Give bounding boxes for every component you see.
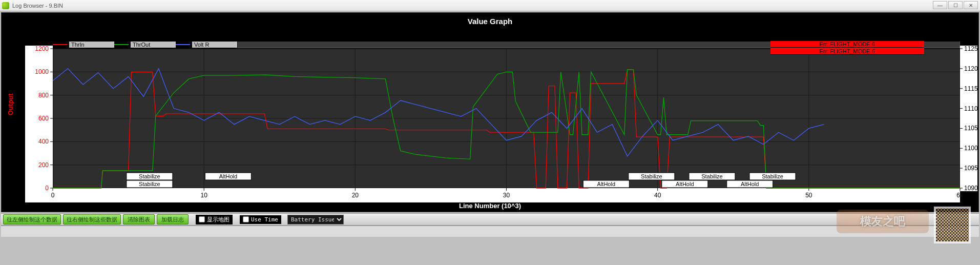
analysis-select[interactable]: Battery Issues xyxy=(287,215,344,225)
show-map-label: 显示地图 xyxy=(207,216,230,223)
svg-text:0: 0 xyxy=(51,192,55,199)
svg-text:800: 800 xyxy=(38,92,49,99)
svg-text:Stabilize: Stabilize xyxy=(641,173,662,179)
svg-text:40: 40 xyxy=(654,192,661,199)
show-map-checkbox[interactable]: 显示地图 xyxy=(196,215,233,225)
error-banner: Err: FLIGHT_MODE-6 xyxy=(770,41,924,48)
use-time-checkbox[interactable]: Use Time xyxy=(240,215,281,224)
svg-text:1120: 1120 xyxy=(964,65,978,72)
maximize-button[interactable]: ☐ xyxy=(948,1,963,9)
svg-text:Stabilize: Stabilize xyxy=(762,173,783,179)
svg-text:400: 400 xyxy=(38,138,49,145)
svg-text:AltHold: AltHold xyxy=(597,181,615,187)
show-map-input[interactable] xyxy=(199,216,205,222)
svg-text:200: 200 xyxy=(38,161,49,169)
clear-chart-button[interactable]: 清除图表 xyxy=(123,214,155,225)
svg-text:600: 600 xyxy=(38,115,49,122)
use-time-input[interactable] xyxy=(243,216,249,222)
svg-text:AltHold: AltHold xyxy=(219,173,237,179)
load-log-button[interactable]: 加载日志 xyxy=(157,214,189,225)
svg-text:Stabilize: Stabilize xyxy=(139,181,160,187)
svg-text:Stabilize: Stabilize xyxy=(701,173,723,179)
plot-left-button[interactable]: 往左侧绘制这个数据 xyxy=(3,214,61,225)
window-titlebar: Log Browser - 9.BIN — ☐ ✕ xyxy=(0,0,980,11)
plot-right-button[interactable]: 往右侧绘制这些数据 xyxy=(63,214,121,225)
svg-text:1200: 1200 xyxy=(35,45,49,52)
svg-text:1125: 1125 xyxy=(964,45,978,52)
chart-panel: Value Graph Output Line Number (10^3) Th… xyxy=(1,12,979,212)
minimize-button[interactable]: — xyxy=(933,1,947,9)
error-banner: Err: FLIGHT_MODE-6 xyxy=(770,48,924,55)
svg-text:AltHold: AltHold xyxy=(741,181,759,187)
svg-text:Stabilize: Stabilize xyxy=(139,173,160,179)
svg-text:1100: 1100 xyxy=(964,145,978,152)
svg-text:1095: 1095 xyxy=(964,165,978,172)
svg-text:AltHold: AltHold xyxy=(676,181,694,187)
analysis-select-wrap: Battery Issues xyxy=(287,215,344,225)
use-time-label: Use Time xyxy=(251,216,278,223)
svg-text:20: 20 xyxy=(352,192,359,199)
svg-text:30: 30 xyxy=(503,192,510,199)
svg-text:1110: 1110 xyxy=(964,105,978,112)
svg-text:60: 60 xyxy=(956,192,964,199)
svg-text:50: 50 xyxy=(805,192,812,199)
app-icon xyxy=(2,2,9,9)
svg-text:1115: 1115 xyxy=(964,85,978,92)
close-button[interactable]: ✕ xyxy=(964,1,978,9)
window-title: Log Browser - 9.BIN xyxy=(12,3,63,9)
svg-text:1090: 1090 xyxy=(964,185,978,192)
chart-title: Value Graph xyxy=(2,13,978,27)
svg-text:1105: 1105 xyxy=(964,125,978,132)
chart-svg[interactable]: 0200400600800100012000200400600800100012… xyxy=(2,34,978,213)
window-controls: — ☐ ✕ xyxy=(933,1,978,9)
error-banners: Err: FLIGHT_MODE-6 Err: FLIGHT_MODE-6 xyxy=(770,41,960,55)
svg-text:1000: 1000 xyxy=(35,68,49,75)
svg-text:10: 10 xyxy=(200,192,207,199)
toolbar: 往左侧绘制这个数据 往右侧绘制这些数据 清除图表 加载日志 显示地图 Use T… xyxy=(1,213,979,226)
svg-text:0: 0 xyxy=(45,185,49,192)
data-grid-header[interactable] xyxy=(1,226,979,237)
